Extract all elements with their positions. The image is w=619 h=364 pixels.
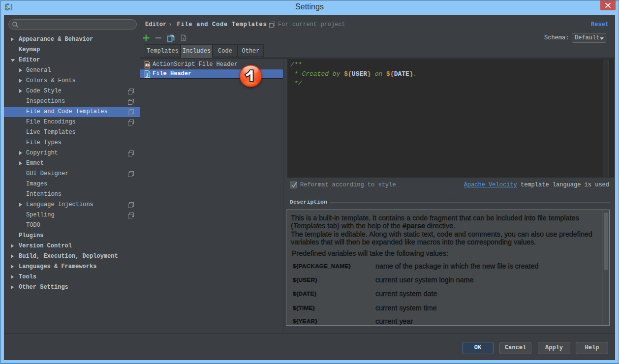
svg-text:AS: AS (145, 63, 150, 67)
svg-text:j: j (146, 73, 148, 77)
